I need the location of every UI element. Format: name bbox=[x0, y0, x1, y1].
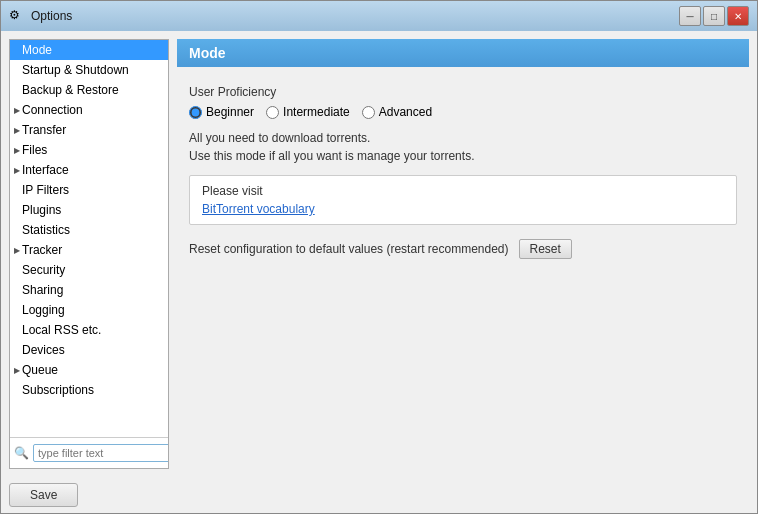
link-box-label: Please visit bbox=[202, 184, 724, 198]
arrow-icon-queue: ▶ bbox=[14, 366, 20, 375]
close-button[interactable]: ✕ bbox=[727, 6, 749, 26]
sidebar-label-files: Files bbox=[22, 143, 47, 157]
sidebar-label-devices: Devices bbox=[22, 343, 65, 357]
sidebar-label-queue: Queue bbox=[22, 363, 58, 377]
intermediate-option[interactable]: Intermediate bbox=[266, 105, 350, 119]
sidebar-label-connection: Connection bbox=[22, 103, 83, 117]
sidebar-item-tracker[interactable]: ▶Tracker bbox=[10, 240, 168, 260]
sidebar-item-subscriptions[interactable]: Subscriptions bbox=[10, 380, 168, 400]
footer: Save bbox=[1, 477, 757, 513]
options-window: ⚙ Options ─ □ ✕ ModeStartup & ShutdownBa… bbox=[0, 0, 758, 514]
filter-input[interactable] bbox=[33, 444, 169, 462]
sidebar-label-backup-restore: Backup & Restore bbox=[22, 83, 119, 97]
sidebar-item-queue[interactable]: ▶Queue bbox=[10, 360, 168, 380]
reset-button[interactable]: Reset bbox=[519, 239, 572, 259]
sidebar-label-ip-filters: IP Filters bbox=[22, 183, 69, 197]
proficiency-section: User Proficiency Beginner Intermediate bbox=[189, 85, 737, 119]
sidebar-items-list: ModeStartup & ShutdownBackup & Restore▶C… bbox=[10, 40, 168, 400]
sidebar-item-interface[interactable]: ▶Interface bbox=[10, 160, 168, 180]
sidebar-label-logging: Logging bbox=[22, 303, 65, 317]
sidebar-item-mode[interactable]: Mode bbox=[10, 40, 168, 60]
reset-label: Reset configuration to default values (r… bbox=[189, 242, 509, 256]
bittorrent-vocabulary-link[interactable]: BitTorrent vocabulary bbox=[202, 202, 315, 216]
window-title: Options bbox=[31, 9, 679, 23]
sidebar-bottom: 🔍 ✕ bbox=[10, 437, 168, 468]
arrow-icon-interface: ▶ bbox=[14, 166, 20, 175]
sidebar: ModeStartup & ShutdownBackup & Restore▶C… bbox=[9, 39, 169, 469]
beginner-label: Beginner bbox=[206, 105, 254, 119]
arrow-icon-connection: ▶ bbox=[14, 106, 20, 115]
sidebar-item-transfer[interactable]: ▶Transfer bbox=[10, 120, 168, 140]
sidebar-label-plugins: Plugins bbox=[22, 203, 61, 217]
beginner-option[interactable]: Beginner bbox=[189, 105, 254, 119]
description-section: All you need to download torrents. Use t… bbox=[189, 129, 737, 165]
advanced-label: Advanced bbox=[379, 105, 432, 119]
minimize-button[interactable]: ─ bbox=[679, 6, 701, 26]
maximize-button[interactable]: □ bbox=[703, 6, 725, 26]
sidebar-label-local-rss: Local RSS etc. bbox=[22, 323, 101, 337]
sidebar-label-subscriptions: Subscriptions bbox=[22, 383, 94, 397]
arrow-icon-tracker: ▶ bbox=[14, 246, 20, 255]
sidebar-label-security: Security bbox=[22, 263, 65, 277]
proficiency-label: User Proficiency bbox=[189, 85, 737, 99]
sidebar-item-ip-filters[interactable]: IP Filters bbox=[10, 180, 168, 200]
sidebar-label-sharing: Sharing bbox=[22, 283, 63, 297]
arrow-icon-files: ▶ bbox=[14, 146, 20, 155]
main-content: ModeStartup & ShutdownBackup & Restore▶C… bbox=[1, 31, 757, 477]
content-area: Mode User Proficiency Beginner Intermedi… bbox=[177, 39, 749, 469]
sidebar-label-statistics: Statistics bbox=[22, 223, 70, 237]
content-body: User Proficiency Beginner Intermediate bbox=[177, 75, 749, 469]
proficiency-radio-group: Beginner Intermediate Advanced bbox=[189, 105, 737, 119]
window-icon: ⚙ bbox=[9, 8, 25, 24]
sidebar-label-tracker: Tracker bbox=[22, 243, 62, 257]
beginner-radio[interactable] bbox=[189, 106, 202, 119]
sidebar-item-files[interactable]: ▶Files bbox=[10, 140, 168, 160]
description-line2: Use this mode if all you want is manage … bbox=[189, 147, 737, 165]
description-line1: All you need to download torrents. bbox=[189, 129, 737, 147]
sidebar-label-interface: Interface bbox=[22, 163, 69, 177]
sidebar-item-devices[interactable]: Devices bbox=[10, 340, 168, 360]
sidebar-item-local-rss[interactable]: Local RSS etc. bbox=[10, 320, 168, 340]
titlebar-buttons: ─ □ ✕ bbox=[679, 6, 749, 26]
sidebar-label-mode: Mode bbox=[22, 43, 52, 57]
advanced-radio[interactable] bbox=[362, 106, 375, 119]
sidebar-item-security[interactable]: Security bbox=[10, 260, 168, 280]
sidebar-item-startup-shutdown[interactable]: Startup & Shutdown bbox=[10, 60, 168, 80]
reset-row: Reset configuration to default values (r… bbox=[189, 239, 737, 259]
advanced-option[interactable]: Advanced bbox=[362, 105, 432, 119]
save-button[interactable]: Save bbox=[9, 483, 78, 507]
sidebar-item-connection[interactable]: ▶Connection bbox=[10, 100, 168, 120]
content-header: Mode bbox=[177, 39, 749, 67]
sidebar-label-startup-shutdown: Startup & Shutdown bbox=[22, 63, 129, 77]
sidebar-item-backup-restore[interactable]: Backup & Restore bbox=[10, 80, 168, 100]
intermediate-radio[interactable] bbox=[266, 106, 279, 119]
search-icon: 🔍 bbox=[14, 446, 29, 460]
sidebar-item-sharing[interactable]: Sharing bbox=[10, 280, 168, 300]
intermediate-label: Intermediate bbox=[283, 105, 350, 119]
sidebar-label-transfer: Transfer bbox=[22, 123, 66, 137]
sidebar-item-statistics[interactable]: Statistics bbox=[10, 220, 168, 240]
link-box: Please visit BitTorrent vocabulary bbox=[189, 175, 737, 225]
sidebar-item-plugins[interactable]: Plugins bbox=[10, 200, 168, 220]
arrow-icon-transfer: ▶ bbox=[14, 126, 20, 135]
sidebar-item-logging[interactable]: Logging bbox=[10, 300, 168, 320]
titlebar: ⚙ Options ─ □ ✕ bbox=[1, 1, 757, 31]
